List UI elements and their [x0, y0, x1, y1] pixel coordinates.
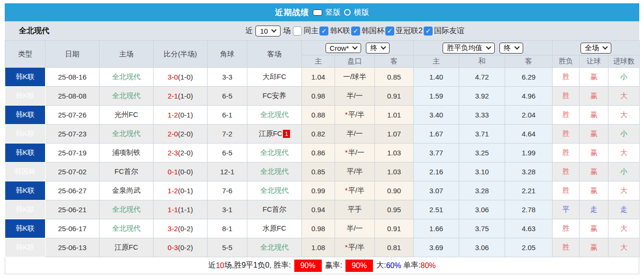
result-goals: 大 [620, 243, 627, 251]
home-cell: 江原FC [100, 238, 154, 257]
home-team: 全北现代 [112, 205, 141, 213]
score-cell: 1-2(0-1) [154, 106, 208, 125]
checkbox-korean-cup-label[interactable]: 韩国杯 [362, 26, 384, 36]
result-goals: 走 [620, 205, 627, 213]
odds-source-select[interactable]: Crow* [326, 43, 362, 53]
result-wdl-cell: 胜 [553, 68, 580, 87]
chevron-down-icon [514, 44, 519, 49]
score-cell: 0-3(0-2) [154, 238, 208, 257]
mean-home-cell: 1.67 [414, 125, 459, 144]
handicap-star: * [345, 186, 348, 194]
checkbox-acl2[interactable]: ✓ [385, 27, 394, 36]
subheader-mean-home: 主 [414, 55, 459, 68]
handicap-value: 平手 [348, 205, 362, 213]
odds-away-cell: 0.90 [375, 181, 414, 200]
checkbox-friendly[interactable]: ✓ [424, 27, 433, 36]
league-badge: 韩K联 [16, 91, 35, 99]
checkbox-same-venue-label[interactable]: 同主 [303, 26, 318, 36]
halftime-score: (2-0) [178, 130, 193, 138]
mean-draw-cell: 3.28 [459, 181, 505, 200]
corners-cell: 3-1 [208, 200, 247, 219]
odds-home-cell: 1.08 [302, 238, 335, 257]
radio-vertical-label[interactable]: 竖版 [326, 8, 341, 18]
score-cell: 2-1(1-0) [154, 87, 208, 106]
mean-draw-cell: 4.72 [459, 68, 505, 87]
date-cell: 25-07-19 [45, 144, 100, 162]
result-handicap: 赢 [590, 110, 598, 118]
handicap-cell: 平手 [335, 200, 375, 219]
away-cell: FC首尔 [247, 200, 302, 219]
result-handicap-cell: 赢 [580, 162, 608, 181]
checkbox-friendly-label[interactable]: 国际友谊 [434, 26, 464, 36]
result-goals-cell: 大 [608, 87, 640, 106]
games-count-select[interactable]: 10 [255, 26, 281, 36]
mean-away-cell: 6.29 [505, 68, 553, 87]
subheader-odds-home: 主 [302, 55, 335, 68]
home-team: 全北现代 [112, 72, 141, 81]
type-cell: 韩K联 [5, 68, 45, 87]
date-cell: 25-08-16 [45, 68, 100, 87]
handicap-cell: 半/一 [335, 125, 375, 144]
checkbox-korean-cup[interactable]: ✓ [351, 27, 360, 36]
header-corners: 角球 [208, 41, 247, 68]
result-goals-cell: 大 [608, 106, 640, 125]
scope-select[interactable]: 全场 [581, 43, 611, 54]
checkbox-same-venue[interactable] [293, 27, 302, 36]
radio-horizontal-label[interactable]: 横版 [354, 8, 369, 18]
near-label: 近 [245, 26, 253, 36]
radio-vertical-layout[interactable] [313, 9, 322, 16]
home-team: 全北现代 [112, 129, 141, 137]
odds-away-cell: 0.91 [375, 87, 414, 106]
result-wdl-cell: 胜 [553, 87, 580, 106]
win-rate-badge: 90% [294, 260, 322, 272]
date-cell: 25-08-08 [45, 87, 100, 106]
checkbox-k-league-label[interactable]: 韩K联 [330, 26, 350, 36]
odds-time-select[interactable]: 终 [366, 43, 390, 54]
means-time-select[interactable]: 终 [499, 43, 523, 54]
handicap-value: 半/一 [346, 91, 363, 99]
checkbox-acl2-label[interactable]: 亚冠联2 [396, 26, 423, 36]
radio-horizontal-layout[interactable] [344, 9, 351, 16]
handicap-value: 半/一 [346, 224, 363, 232]
subheader-odds-away: 客 [375, 55, 414, 68]
league-badge: 韩K联 [16, 129, 35, 137]
fulltime-score: 1-1 [168, 206, 178, 214]
mean-away-cell: 2.21 [505, 181, 553, 200]
home-cell: 全北现代 [100, 219, 154, 238]
result-wdl-cell: 胜 [553, 238, 580, 257]
fulltime-score: 2-3 [168, 149, 178, 157]
home-cell: 全北现代 [100, 87, 154, 106]
result-goals-cell: 小 [608, 125, 640, 144]
home-cell: 全北现代 [100, 125, 154, 144]
odds-away-cell: 1.07 [375, 125, 414, 144]
result-goals: 小 [620, 72, 627, 81]
league-badge: 韩K联 [16, 205, 35, 213]
away-team: 全北现代 [260, 243, 289, 251]
subheader-mean-draw: 和 [459, 55, 505, 68]
score-cell: 1-2(0-1) [154, 181, 208, 200]
corners-cell: 7-2 [208, 125, 247, 144]
result-handicap-cell: 赢 [580, 181, 608, 200]
result-wdl: 胜 [562, 167, 570, 175]
mean-home-cell: 1.40 [414, 68, 459, 87]
means-source-select[interactable]: 胜平负均值 [443, 43, 495, 54]
score-cell: 3-0(1-0) [154, 68, 208, 87]
result-goals-cell: 大 [608, 144, 640, 162]
mean-away-cell: 1.99 [505, 144, 553, 162]
odds-group-header: Crow* 终 [302, 41, 414, 55]
odds-home-cell: 0.98 [302, 219, 335, 238]
mean-draw-cell: 3.06 [459, 238, 505, 257]
result-wdl-cell: 胜 [553, 106, 580, 125]
checkbox-k-league[interactable]: ✓ [319, 27, 328, 36]
chevron-down-icon [353, 44, 358, 49]
result-wdl: 胜 [562, 148, 570, 156]
results-table: 类型 日期 主场 比分(半场) 角球 客场 Crow* 终 [5, 40, 640, 257]
odds-home-cell: 0.94 [302, 200, 335, 219]
results-tbody: 韩K联25-08-16全北现代3-0(1-0)3-3大邱FC1.04一/球半0.… [5, 68, 640, 257]
fulltime-score: 2-0 [168, 130, 178, 138]
mean-away-cell: 4.96 [505, 87, 553, 106]
result-wdl: 胜 [562, 224, 570, 232]
table-row: 韩K联25-06-17全北现代3-2(0-2)8-1水原FC0.98半/一0.9… [5, 219, 640, 238]
result-goals: 大 [620, 110, 627, 118]
away-team: FC首尔 [263, 205, 286, 213]
